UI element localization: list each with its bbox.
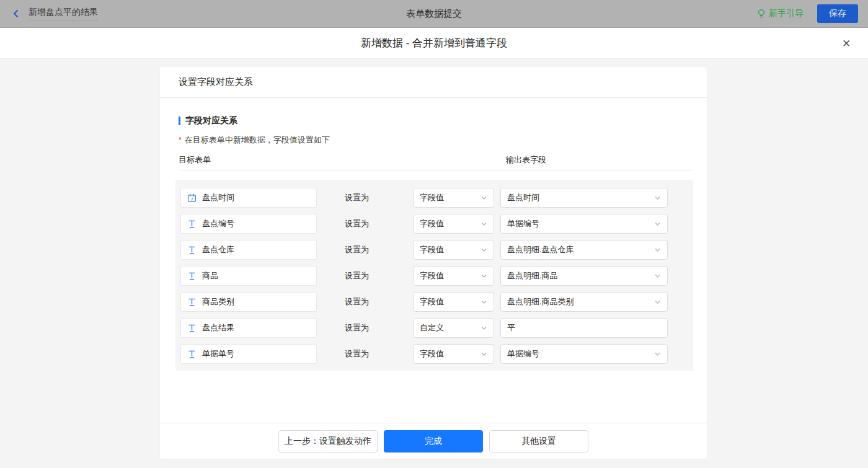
beginner-guide-link[interactable]: 新手引导 [757,8,804,19]
target-field-label: 盘点编号 [202,218,234,229]
mapping-row: 7 盘点时间 设置为 字段值 盘点时间 [180,188,693,208]
set-as-label: 设置为 [345,322,370,333]
value-type-select[interactable]: 字段值 [413,240,494,260]
set-as-label: 设置为 [345,296,370,307]
chevron-down-icon [480,273,487,280]
output-field-select[interactable]: 盘点明细.盘点仓库 [500,240,668,260]
set-as-label: 设置为 [345,244,370,255]
custom-value-input[interactable] [500,318,668,338]
target-field-label: 商品 [202,270,218,281]
target-field-label: 盘点时间 [202,192,234,203]
mapping-note: * 在目标表单中新增数据，字段值设置如下 [179,135,693,146]
target-field-label: 盘点仓库 [202,244,234,255]
guide-label: 新手引导 [769,8,804,19]
output-field-select[interactable]: 盘点明细.商品类别 [500,292,668,312]
done-button[interactable]: 完成 [384,430,483,453]
mapping-rows: 7 盘点时间 设置为 字段值 盘点时间 [175,180,693,371]
save-button[interactable]: 保存 [817,4,858,23]
output-field-select[interactable]: 单据编号 [500,344,668,364]
modal-content: 设置字段对应关系 字段对应关系 * 在目标表单中新增数据，字段值设置如下 目标表… [0,67,868,468]
field-mapping-card: 设置字段对应关系 字段对应关系 * 在目标表单中新增数据，字段值设置如下 目标表… [160,67,707,459]
svg-text:7: 7 [190,196,193,201]
mapping-row: 单据单号 设置为 字段值 单据编号 [180,344,693,364]
chevron-down-icon [654,247,661,254]
mapping-row: 盘点仓库 设置为 字段值 盘点明细.盘点仓库 [180,240,693,260]
chevron-down-icon [480,325,487,332]
close-icon[interactable]: ✕ [839,37,853,50]
column-divider [179,170,693,170]
target-field: 7 盘点时间 [180,188,317,208]
lightbulb-icon [757,9,766,19]
mapping-row: 商品类别 设置为 字段值 盘点明细.商品类别 [180,292,693,312]
output-field-select[interactable]: 单据编号 [500,214,668,234]
target-field-label: 盘点结果 [202,322,234,333]
column-output-field: 输出表字段 [506,154,546,166]
section-title: 字段对应关系 [179,115,693,126]
set-as-label: 设置为 [345,218,370,229]
target-field: 商品 [180,266,317,286]
section-accent-bar [179,117,180,125]
set-as-label: 设置为 [345,270,370,281]
chevron-down-icon [480,247,487,254]
chevron-down-icon [480,351,487,358]
note-text: 在目标表单中新增数据，字段值设置如下 [185,135,330,146]
mapping-row: 商品 设置为 字段值 盘点明细.商品 [180,266,693,286]
value-type-select[interactable]: 字段值 [413,214,494,234]
value-type-select[interactable]: 字段值 [413,266,494,286]
value-type-select[interactable]: 字段值 [413,188,494,208]
previous-step-button[interactable]: 上一步：设置触发动作 [278,430,378,453]
text-field-icon [187,350,197,359]
output-field-select[interactable]: 盘点明细.商品 [500,266,668,286]
target-field: 盘点编号 [180,214,317,234]
card-title: 设置字段对应关系 [160,67,707,98]
card-body: 字段对应关系 * 在目标表单中新增数据，字段值设置如下 目标表单 输出表字段 7 [160,98,707,423]
target-field: 盘点结果 [180,318,317,338]
text-field-icon [187,245,197,255]
modal-title: 新增数据 - 合并新增到普通字段 [361,36,507,50]
output-field-select[interactable]: 盘点时间 [500,188,668,208]
mapping-row: 盘点结果 设置为 自定义 [180,318,693,338]
set-as-label: 设置为 [345,192,370,203]
chevron-down-icon [480,221,487,227]
chevron-down-icon [654,273,661,280]
chevron-down-icon [654,195,661,201]
value-type-select[interactable]: 自定义 [413,318,494,338]
target-field: 盘点仓库 [180,240,317,260]
date-field-icon: 7 [187,193,197,203]
text-field-icon [187,219,197,229]
target-field: 商品类别 [180,292,317,312]
target-field: 单据单号 [180,344,317,364]
target-field-label: 单据单号 [202,348,234,360]
app-topbar: 表单数据提交 新增盘点平的结果 新手引导 保存 [0,0,868,28]
value-type-select[interactable]: 字段值 [413,292,494,312]
modal-header: 新增数据 - 合并新增到普通字段 ✕ [0,28,868,59]
text-field-icon [187,298,197,307]
set-as-label: 设置为 [345,348,370,360]
text-field-icon [187,324,197,333]
chevron-down-icon [654,221,661,227]
mapping-row: 盘点编号 设置为 字段值 单据编号 [180,214,693,234]
page-title: 表单数据提交 [0,8,868,20]
chevron-down-icon [480,299,487,306]
chevron-down-icon [654,299,661,306]
column-headers: 目标表单 输出表字段 [179,154,693,166]
other-settings-button[interactable]: 其他设置 [489,430,588,453]
required-asterisk: * [179,136,182,144]
column-target-form: 目标表单 [179,154,506,166]
card-footer: 上一步：设置触发动作 完成 其他设置 [160,423,707,459]
text-field-icon [187,272,197,281]
chevron-down-icon [654,351,661,358]
value-type-select[interactable]: 字段值 [413,344,494,364]
chevron-down-icon [480,195,487,201]
target-field-label: 商品类别 [202,296,234,307]
